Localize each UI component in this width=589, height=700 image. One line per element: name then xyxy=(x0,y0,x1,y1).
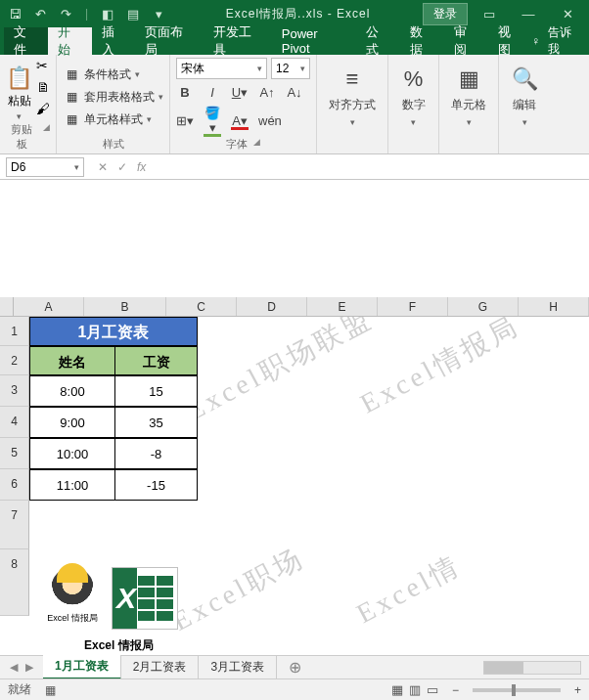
data-cell[interactable]: -8 xyxy=(114,438,198,469)
table-title-cell[interactable]: 1月工资表 xyxy=(29,317,198,346)
window-title: Excel情报局..xls - Excel xyxy=(173,6,423,22)
dialog-launcher-icon[interactable]: ◢ xyxy=(43,122,50,152)
sheet-tab-3[interactable]: 3月工资表 xyxy=(199,656,277,678)
underline-button[interactable]: U▾ xyxy=(231,85,249,100)
row-header[interactable]: 5 xyxy=(0,438,29,469)
worksheet-area[interactable]: Excel职场联盟 Excel情报局 Excel职场 Excel情 A B C … xyxy=(0,180,589,657)
cancel-formula-icon[interactable]: ✕ xyxy=(98,160,108,174)
data-cell[interactable]: 9:00 xyxy=(29,407,115,438)
minimize-icon[interactable]: — xyxy=(511,2,546,25)
cut-icon[interactable]: ✂ xyxy=(36,58,50,73)
tab-formulas[interactable]: 公式 xyxy=(356,27,400,55)
data-cell[interactable]: 15 xyxy=(114,375,198,407)
format-painter-icon[interactable]: 🖌 xyxy=(36,101,50,116)
col-header[interactable]: F xyxy=(378,297,448,316)
paste-button[interactable]: 📋 粘贴 ▾ xyxy=(6,58,32,121)
header-cell-name[interactable]: 姓名 xyxy=(29,346,115,375)
tab-data[interactable]: 数据 xyxy=(400,27,444,55)
tab-review[interactable]: 审阅 xyxy=(444,27,488,55)
zoom-slider[interactable] xyxy=(473,688,561,692)
tab-nav-prev-icon[interactable]: ◀ xyxy=(10,661,18,674)
editing-button[interactable]: 🔍 编辑 ▾ xyxy=(505,58,544,127)
new-icon[interactable]: ▤ xyxy=(124,5,142,22)
styles-group-label: 样式 xyxy=(103,137,124,152)
col-header[interactable]: C xyxy=(166,297,237,316)
col-header[interactable]: B xyxy=(84,297,166,316)
row-headers: 1 2 3 4 5 6 7 8 xyxy=(0,317,29,616)
row-header[interactable]: 8 xyxy=(0,549,29,616)
col-header[interactable]: E xyxy=(307,297,378,316)
col-header[interactable]: D xyxy=(237,297,307,316)
sheet-tab-2[interactable]: 2月工资表 xyxy=(121,656,200,678)
group-clipboard: 📋 粘贴 ▾ ✂ 🗎 🖌 剪贴板◢ xyxy=(0,55,57,153)
number-button[interactable]: % 数字 ▾ xyxy=(394,58,432,127)
bold-button[interactable]: B xyxy=(176,85,194,100)
col-header[interactable]: A xyxy=(14,297,84,316)
tab-nav-next-icon[interactable]: ▶ xyxy=(25,661,33,674)
save-icon[interactable]: 🖫 xyxy=(6,5,23,22)
col-header[interactable]: G xyxy=(448,297,519,316)
border-button[interactable]: ⊞▾ xyxy=(176,113,194,128)
decrease-font-icon[interactable]: A↓ xyxy=(286,85,303,100)
font-color-button[interactable]: A▾ xyxy=(231,113,249,128)
row-header[interactable]: 6 xyxy=(0,469,29,501)
row-header[interactable]: 7 xyxy=(0,501,29,549)
header-cell-salary[interactable]: 工资 xyxy=(114,346,198,375)
cells-grid[interactable]: 1月工资表 姓名 工资 8:00 15 9:00 35 10:00 -8 11:… xyxy=(29,317,589,657)
dropdown-icon[interactable]: ▾ xyxy=(150,5,167,22)
row-header[interactable]: 2 xyxy=(0,346,29,375)
font-name-select[interactable]: 宋体▾ xyxy=(176,58,267,79)
zoom-in-button[interactable]: + xyxy=(574,683,581,697)
tab-powerpivot[interactable]: Power Pivot xyxy=(272,27,356,55)
tab-layout[interactable]: 页面布局 xyxy=(135,27,204,55)
close-icon[interactable]: ✕ xyxy=(550,2,585,25)
italic-button[interactable]: I xyxy=(204,85,221,100)
alignment-button[interactable]: ≡ 对齐方式 ▾ xyxy=(323,58,382,127)
tellme-button[interactable]: 告诉我 xyxy=(548,24,581,58)
tab-home[interactable]: 开始 xyxy=(48,27,92,55)
dialog-launcher-icon[interactable]: ◢ xyxy=(253,137,260,152)
login-button[interactable]: 登录 xyxy=(423,3,468,25)
tab-file[interactable]: 文件 xyxy=(4,27,48,55)
ribbon-options-icon[interactable]: ▭ xyxy=(472,2,507,25)
logo-caption: Excel 情报局 xyxy=(47,612,98,625)
redo-icon[interactable]: ↷ xyxy=(57,5,74,22)
cells-button[interactable]: ▦ 单元格 ▾ xyxy=(445,58,492,127)
sheet-tab-1[interactable]: 1月工资表 xyxy=(43,655,121,679)
font-size-select[interactable]: 12▾ xyxy=(271,58,310,79)
row-header[interactable]: 1 xyxy=(0,317,29,346)
row-header[interactable]: 3 xyxy=(0,375,29,407)
conditional-format-button[interactable]: ▦条件格式▾ xyxy=(63,66,163,83)
copy-icon[interactable]: 🗎 xyxy=(36,79,50,95)
undo-icon[interactable]: ↶ xyxy=(31,5,49,22)
data-cell[interactable]: -15 xyxy=(114,469,198,501)
confirm-formula-icon[interactable]: ✓ xyxy=(117,160,127,174)
select-all-corner[interactable] xyxy=(0,297,14,316)
fx-icon[interactable]: fx xyxy=(137,160,146,174)
page-break-icon[interactable]: ▭ xyxy=(427,682,438,697)
data-cell[interactable]: 11:00 xyxy=(29,469,115,501)
group-font: 宋体▾ 12▾ B I U▾ A↑ A↓ ⊞▾ 🪣▾ A▾ wén 字体◢ xyxy=(170,55,317,153)
macro-record-icon[interactable]: ▦ xyxy=(45,683,56,697)
horizontal-scrollbar[interactable] xyxy=(313,661,589,675)
new-sheet-button[interactable]: ⊕ xyxy=(277,658,313,677)
data-cell[interactable]: 10:00 xyxy=(29,438,115,469)
row-header[interactable]: 4 xyxy=(0,407,29,438)
name-box[interactable]: D6▾ xyxy=(6,157,84,177)
col-header[interactable]: H xyxy=(519,297,589,316)
page-layout-icon[interactable]: ▥ xyxy=(409,682,421,697)
tab-developer[interactable]: 开发工具 xyxy=(204,27,272,55)
phonetic-button[interactable]: wén xyxy=(258,113,276,128)
tab-insert[interactable]: 插入 xyxy=(92,27,136,55)
table-format-button[interactable]: ▦套用表格格式▾ xyxy=(63,89,163,106)
cell-styles-button[interactable]: ▦单元格样式▾ xyxy=(63,111,163,128)
increase-font-icon[interactable]: A↑ xyxy=(258,85,276,100)
zoom-out-button[interactable]: − xyxy=(452,683,459,697)
fill-color-button[interactable]: 🪣▾ xyxy=(204,106,221,135)
normal-view-icon[interactable]: ▦ xyxy=(391,682,403,697)
help-icon[interactable]: ♀ xyxy=(531,34,540,48)
mode-icon[interactable]: ◧ xyxy=(99,5,116,22)
data-cell[interactable]: 35 xyxy=(114,407,198,438)
data-cell[interactable]: 8:00 xyxy=(29,375,115,407)
tab-view[interactable]: 视图 xyxy=(488,27,532,55)
